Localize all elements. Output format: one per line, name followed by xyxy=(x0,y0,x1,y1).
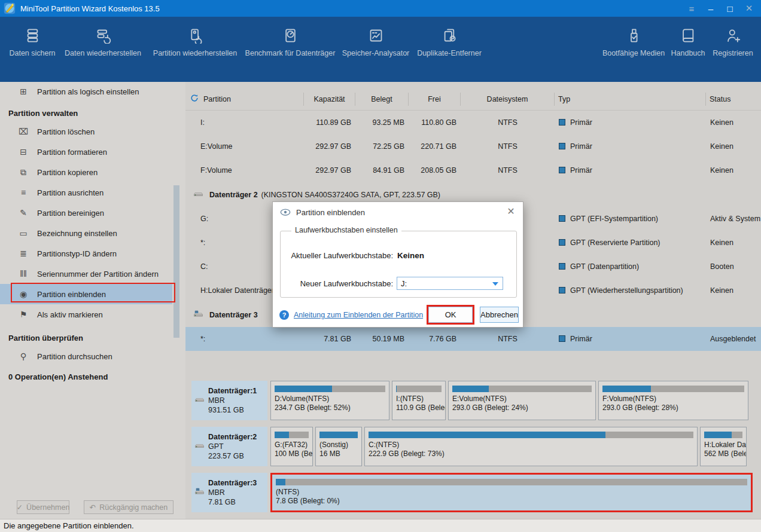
sidebar-scrollbar-thumb[interactable] xyxy=(173,185,179,338)
diskmap-partition-block[interactable]: F:Volume(NTFS)293.0 GB (Belegt: 28%) xyxy=(598,381,748,420)
diskmap-partition-info: 293.0 GB (Belegt: 28%) xyxy=(602,403,744,412)
column-header-typ[interactable]: Typ xyxy=(555,93,706,106)
ok-button[interactable]: OK xyxy=(428,307,473,323)
minimize-icon[interactable]: – xyxy=(702,1,719,16)
table-row[interactable]: *:7.81 GB50.19 MB7.76 GBNTFSPrimärAusgeb… xyxy=(185,327,761,351)
toolbar-item-handbuch[interactable]: Handbuch xyxy=(666,23,710,57)
apply-button[interactable]: ✓Übernehmen xyxy=(17,500,69,514)
column-header-label: Frei xyxy=(428,95,441,103)
sidebar-item-partition-einblenden[interactable]: ◉Partition einblenden xyxy=(0,284,172,304)
sidebar-item-seriennummer-der-partition-ndern[interactable]: ‖‖Seriennummer der Partition ändern xyxy=(0,264,172,284)
sidebar-item-partition-kopieren[interactable]: ⧉Partition kopieren xyxy=(0,162,172,182)
diskmap-partition-block[interactable]: (Sonstig)16 MB xyxy=(315,427,362,466)
diskmap-partition-label: G:(FAT32) xyxy=(275,441,309,450)
table-row[interactable]: I:110.89 GB93.25 MB110.80 GBNTFSPrimärKe… xyxy=(185,111,761,134)
toolbar-item-bootf-hige-medien[interactable]: Bootfähige Medien xyxy=(601,23,666,57)
table-header-row: PartitionKapazitätBelegtFreiDateisystemT… xyxy=(185,88,761,111)
column-header-status[interactable]: Status xyxy=(706,93,761,106)
cell-status: Keinen xyxy=(706,142,761,151)
help-link[interactable]: Anleitung zum Einblenden der Partition xyxy=(294,311,423,319)
sidebar-item-partition-formatieren[interactable]: ⊟Partition formatieren xyxy=(0,142,172,162)
cell-typ: Primär xyxy=(555,335,706,343)
duplicate-remover-icon xyxy=(440,26,458,44)
diskmap-partition-block[interactable]: (NTFS)7.8 GB (Belegt: 0%) xyxy=(270,473,753,512)
undo-button[interactable]: ↶Rückgängig machen xyxy=(84,500,173,514)
sidebar-item-label: Partition löschen xyxy=(37,127,95,136)
usage-bar xyxy=(319,432,358,438)
usage-bar xyxy=(602,386,744,392)
toolbar-item-speicher-analysator[interactable]: Speicher-Analysator xyxy=(337,23,414,57)
delete-partition-icon: ⌧ xyxy=(18,127,29,136)
sidebar-item-label: Partition formatieren xyxy=(37,148,107,157)
close-icon[interactable]: ✕ xyxy=(741,1,757,16)
eye-icon xyxy=(280,208,291,216)
diskmap-disk-info[interactable]: Datenträger:2GPT223.57 GB xyxy=(191,427,267,466)
sidebar-item-partition-durchsuchen[interactable]: ⚲Partition durchsuchen xyxy=(0,346,172,366)
dialog-title: Partition einblenden xyxy=(296,208,365,217)
diskmap-partition-label: (Sonstig) xyxy=(319,441,358,450)
toolbar-item-daten-wiederherstellen[interactable]: Daten wiederherstellen xyxy=(59,23,147,57)
table-row[interactable]: F:Volume292.97 GB84.91 GB208.05 GBNTFSPr… xyxy=(185,158,761,182)
usage-bar xyxy=(369,432,693,438)
undo-button-label: Rückgängig machen xyxy=(99,503,168,512)
diskmap-partition-info: 234.7 GB (Belegt: 52%) xyxy=(275,403,385,412)
cell-partition: E:Volume xyxy=(185,142,304,151)
title-bar: MiniTool Partition Wizard Kostenlos 13.5… xyxy=(0,0,761,17)
sidebar-item-partition-l-schen[interactable]: ⌧Partition löschen xyxy=(0,121,172,142)
new-letter-select[interactable]: J: xyxy=(397,277,503,290)
toolbar-item-daten-sichern[interactable]: Daten sichern xyxy=(6,23,59,57)
cell-frei: 208.05 GB xyxy=(409,166,461,175)
column-header-kapazit-t[interactable]: Kapazität xyxy=(304,93,355,106)
diskmap-disk-size: 931.51 GB xyxy=(208,405,257,415)
diskmap-partition-block[interactable]: E:Volume(NTFS)293.0 GB (Belegt: 24%) xyxy=(448,381,596,420)
sidebar-item-bezeichnung-einstellen[interactable]: ▭Bezeichnung einstellen xyxy=(0,223,172,243)
disk-name: Datenträger 2 xyxy=(209,191,258,199)
toolbar: Daten sichernDaten wiederherstellenParti… xyxy=(0,17,761,82)
diskmap-disk-info[interactable]: Datenträger:3MBR7.81 GB xyxy=(191,473,267,512)
diskmap-partition-info: 16 MB xyxy=(319,450,358,458)
toolbar-item-registrieren[interactable]: Registrieren xyxy=(710,23,756,57)
cancel-button[interactable]: Abbrechen xyxy=(480,307,519,323)
column-header-partition[interactable]: Partition xyxy=(185,93,304,106)
diskmap-partition-label: I:(NTFS) xyxy=(396,395,442,403)
toolbar-item-duplikate-entferner[interactable]: Duplikate-Entferner xyxy=(414,23,485,57)
column-header-frei[interactable]: Frei xyxy=(409,93,461,106)
diskmap-partition-block[interactable]: G:(FAT32)100 MB (Bele xyxy=(270,427,313,466)
usage-bar-fill xyxy=(275,432,289,438)
toolbar-item-label: Registrieren xyxy=(713,49,753,57)
sidebar-item-partition-als-logisch-einstellen[interactable]: ⊞Partition als logisch einstellen xyxy=(0,83,172,100)
maximize-icon[interactable]: □ xyxy=(722,1,738,16)
toolbar-item-label: Daten wiederherstellen xyxy=(65,49,141,57)
dialog-close-icon[interactable]: ✕ xyxy=(505,205,517,217)
cell-typ: GPT (Datenpartition) xyxy=(555,262,706,271)
diskmap-partition-block[interactable]: D:Volume(NTFS)234.7 GB (Belegt: 52%) xyxy=(270,381,389,420)
column-header-belegt[interactable]: Belegt xyxy=(355,93,409,106)
column-header-label: Dateisystem xyxy=(487,95,528,103)
table-row[interactable]: E:Volume292.97 GB72.25 GB220.71 GBNTFSPr… xyxy=(185,134,761,158)
sidebar-item-partition-bereinigen[interactable]: ✎Partition bereinigen xyxy=(0,203,172,223)
diskmap-disk-scheme: MBR xyxy=(208,488,257,497)
diskmap-disk-scheme: MBR xyxy=(208,396,257,405)
diskmap-partition-block[interactable]: I:(NTFS)110.9 GB (Belegt xyxy=(392,381,446,420)
usb-disk-icon xyxy=(194,487,205,498)
sidebar-item-als-aktiv-markieren[interactable]: ⚑Als aktiv markieren xyxy=(0,304,172,325)
sidebar-item-partitionstyp-id-ndern[interactable]: ≣Partitionstyp-ID ändern xyxy=(0,243,172,264)
column-header-dateisystem[interactable]: Dateisystem xyxy=(461,93,555,106)
diskmap-partition-block[interactable]: H:Lokaler Da562 MB (Bele xyxy=(700,427,747,466)
menu-icon[interactable]: ≡ xyxy=(683,1,700,16)
toolbar-item-benchmark-f-r-datentr-ger[interactable]: Benchmark für Datenträger xyxy=(243,23,337,57)
sidebar-list: ⊞Partition als logisch einstellenPartiti… xyxy=(0,83,172,387)
diskmap-partition-block[interactable]: C:(NTFS)222.9 GB (Belegt: 73%) xyxy=(364,427,698,466)
diskmap-partition-label: H:Lokaler Da xyxy=(704,441,742,450)
sidebar-item-partition-ausrichten[interactable]: ≡Partition ausrichten xyxy=(0,182,172,203)
help-icon[interactable]: ? xyxy=(279,310,289,320)
unhide-partition-dialog: Partition einblenden ✕ Laufwerkbuchstabe… xyxy=(272,201,523,328)
diskmap-disk-info[interactable]: Datenträger:1MBR931.51 GB xyxy=(191,381,267,420)
toolbar-item-partition-wiederherstellen[interactable]: Partition wiederherstellen xyxy=(147,23,243,57)
cell-typ: Primär xyxy=(555,166,706,175)
diskmap-row-datentr-ger-3: Datenträger:3MBR7.81 GB(NTFS)7.8 GB (Bel… xyxy=(191,473,753,512)
refresh-icon[interactable] xyxy=(190,94,199,104)
dialog-title-bar[interactable]: Partition einblenden ✕ xyxy=(273,202,523,222)
cell-typ: GPT (EFI-Systempartition) xyxy=(555,215,706,223)
cell-dateisystem: NTFS xyxy=(461,335,555,343)
